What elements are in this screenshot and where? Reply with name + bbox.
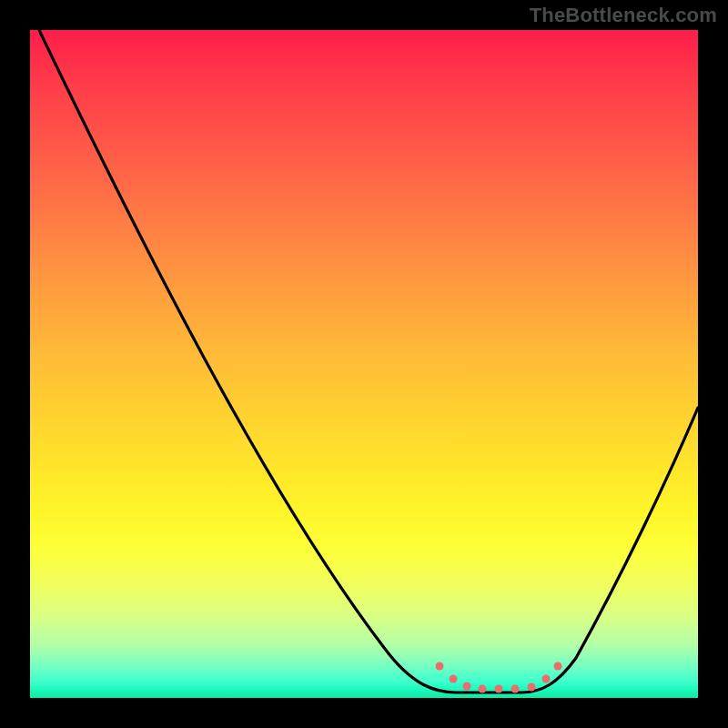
watermark-text: TheBottleneck.com: [530, 4, 717, 27]
bottleneck-curve: [30, 30, 698, 698]
chart-frame: TheBottleneck.com: [0, 0, 728, 728]
curve-path: [39, 30, 698, 693]
optimal-range-marker: [440, 666, 558, 689]
plot-area: [30, 30, 698, 698]
